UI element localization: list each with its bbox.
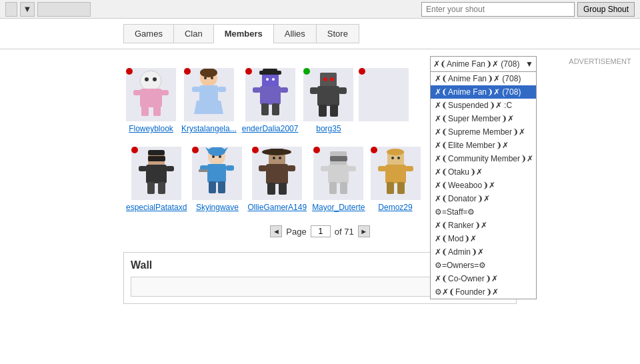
role-option-4[interactable]: ✗❨Supreme Member❩✗ <box>431 125 536 139</box>
role-option-13[interactable]: ✗❨Admin❩✗ <box>431 245 536 259</box>
nav-dropdown-button[interactable]: ▼ <box>20 2 35 17</box>
svg-rect-48 <box>226 165 234 171</box>
next-page-button[interactable]: ► <box>358 225 370 237</box>
member-card-borg35: borg35 <box>301 63 356 139</box>
svg-point-6 <box>145 77 149 81</box>
role-option-6[interactable]: ✗❨Community Member❩✗ <box>431 152 536 165</box>
svg-rect-5 <box>153 105 161 116</box>
page-number-input[interactable] <box>311 225 331 237</box>
svg-rect-51 <box>199 169 208 172</box>
top-bar: ▼ Group Shout <box>0 0 640 19</box>
member-name-demoz29[interactable]: Demoz29 <box>378 203 412 212</box>
member-name-olliegamera149[interactable]: OllieGamerA149 <box>247 203 307 212</box>
avatar-svg-krystalangelа <box>187 69 231 121</box>
role-option-0[interactable]: ✗❨Anime Fan❩✗ (708) <box>431 72 536 85</box>
tab-clan[interactable]: Clan <box>173 24 214 43</box>
member-avatar-floweyblook <box>126 68 176 121</box>
svg-rect-18 <box>263 69 277 73</box>
tab-members[interactable]: Members <box>213 24 274 43</box>
avatar-svg-skyingwave <box>195 147 239 199</box>
role-option-12[interactable]: ✗❨Mod❩✗ <box>431 232 536 245</box>
svg-point-72 <box>387 149 404 155</box>
member-card-skyingwave: Skyingwave <box>189 141 245 217</box>
svg-rect-19 <box>260 86 281 105</box>
svg-rect-3 <box>161 90 169 95</box>
svg-rect-65 <box>330 156 347 161</box>
member-name-skyingwave[interactable]: Skyingwave <box>196 203 239 212</box>
svg-rect-46 <box>207 164 226 183</box>
svg-point-24 <box>266 78 269 81</box>
svg-point-52 <box>212 155 215 158</box>
member-name-floweyblook[interactable]: Floweyblook <box>129 124 173 133</box>
role-dropdown-arrow: ▼ <box>525 59 533 69</box>
member-card-demoz29: Demoz29 <box>368 141 423 217</box>
role-dropdown-container: ✗❨Anime Fan❩✗ (708) ▼ ✗❨Anime Fan❩✗ (708… <box>430 56 537 299</box>
avatar-svg-floweyblook <box>129 69 173 121</box>
role-option-3[interactable]: ✗❨Super Member❩✗ <box>431 112 536 125</box>
role-option-5[interactable]: ✗❨Elite Member❩✗ <box>431 139 536 152</box>
svg-rect-61 <box>279 183 287 195</box>
role-option-7[interactable]: ✗❨Otaku❩✗ <box>431 165 536 179</box>
svg-point-33 <box>330 77 334 81</box>
role-option-8[interactable]: ✗❨Weeaboo❩✗ <box>431 179 536 192</box>
svg-rect-60 <box>267 183 275 195</box>
svg-rect-35 <box>148 150 165 155</box>
member-card-krystalangelа: Krystalangelа... <box>179 63 239 139</box>
avatar-svg-enderdalia2007 <box>249 69 292 121</box>
svg-point-7 <box>153 77 157 81</box>
member-status-enderdalia2007 <box>245 68 252 75</box>
nav-back-button[interactable] <box>5 2 17 17</box>
svg-rect-74 <box>378 166 386 171</box>
prev-page-button[interactable]: ◄ <box>270 225 282 237</box>
member-name-borg35[interactable]: borg35 <box>316 124 341 133</box>
svg-rect-70 <box>340 182 347 194</box>
avatar-svg-demoz29 <box>374 147 417 199</box>
member-name-mayor-duterte[interactable]: Mayor_Duterte <box>312 203 365 212</box>
tab-allies[interactable]: Allies <box>273 24 317 43</box>
svg-rect-68 <box>348 166 356 171</box>
svg-point-0 <box>140 71 161 91</box>
svg-rect-22 <box>261 103 269 115</box>
members-section: ✗❨Anime Fan❩✗ (708) ▼ ✗❨Anime Fan❩✗ (708… <box>123 56 517 245</box>
role-option-1[interactable]: ✗❨Anime Fan❩✗ (708) <box>431 85 536 99</box>
role-option-14[interactable]: ⚙=Owners=⚙ <box>431 259 536 272</box>
svg-rect-30 <box>319 105 327 117</box>
role-option-11[interactable]: ✗❨Ranker❩✗ <box>431 219 536 232</box>
shout-input[interactable] <box>421 2 575 17</box>
page-label: Page <box>286 227 306 237</box>
tab-store[interactable]: Store <box>316 24 359 43</box>
address-bar <box>37 2 91 17</box>
svg-rect-40 <box>147 182 155 194</box>
role-dropdown-list: ✗❨Anime Fan❩✗ (708) ✗❨Anime Fan❩✗ (708) … <box>430 72 537 299</box>
role-option-10[interactable]: ⚙=Staff=⚙ <box>431 205 536 219</box>
role-option-9[interactable]: ✗❨Donator❩✗ <box>431 192 536 205</box>
svg-rect-28 <box>310 87 318 94</box>
dropdown-arrow-icon: ▼ <box>23 4 32 14</box>
tab-games[interactable]: Games <box>123 24 174 43</box>
nav-controls: ▼ <box>5 2 91 17</box>
svg-rect-76 <box>387 182 394 194</box>
role-option-16[interactable]: ⚙✗❨Founder❩✗ <box>431 285 536 299</box>
member-card-mayor-duterte: Mayor_Duterte <box>309 141 367 217</box>
member-card-empty <box>356 63 411 139</box>
svg-rect-77 <box>397 182 405 194</box>
svg-rect-37 <box>146 165 167 183</box>
svg-rect-57 <box>266 164 288 184</box>
svg-rect-29 <box>339 87 347 94</box>
member-avatar-enderdalia2007 <box>245 68 295 121</box>
member-name-krystalangelа[interactable]: Krystalangelа... <box>181 124 237 133</box>
svg-point-78 <box>391 157 394 159</box>
svg-point-15 <box>211 77 213 79</box>
member-avatar-krystalangelа <box>184 68 234 121</box>
svg-rect-27 <box>317 86 339 106</box>
svg-rect-67 <box>321 166 329 171</box>
svg-rect-23 <box>272 103 279 115</box>
role-dropdown-select[interactable]: ✗❨Anime Fan❩✗ (708) ▼ <box>430 56 537 72</box>
member-name-enderdalia2007[interactable]: enderDalia2007 <box>242 124 299 133</box>
role-dropdown-label: ✗❨Anime Fan❩✗ (708) <box>433 59 519 69</box>
shout-button[interactable]: Group Shout <box>577 2 635 17</box>
role-option-2[interactable]: ✗❨Suspended❩✗ :C <box>431 99 536 112</box>
member-name-especialpatataxd[interactable]: especialPatataxd <box>126 203 187 212</box>
role-option-15[interactable]: ✗❨Co-Owner❩✗ <box>431 272 536 285</box>
svg-rect-2 <box>133 90 141 95</box>
